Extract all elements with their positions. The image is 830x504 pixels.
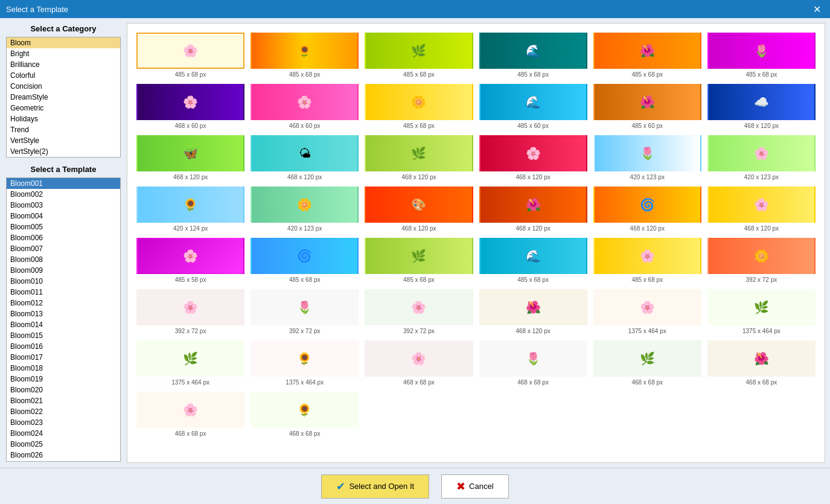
- category-item-vertstyle[interactable]: VertStyle: [7, 135, 120, 146]
- template-thumb[interactable]: 🌸468 x 68 px: [136, 392, 244, 437]
- template-list-item[interactable]: Bloom004: [7, 211, 120, 222]
- template-thumb[interactable]: 🌸1375 x 464 px: [593, 289, 701, 334]
- template-list-item[interactable]: Bloom008: [7, 254, 120, 265]
- template-thumb[interactable]: 🌺468 x 68 px: [707, 340, 816, 386]
- template-thumb[interactable]: 🌿468 x 120 px: [365, 135, 473, 180]
- thumb-overlay: 🌸: [138, 393, 243, 427]
- thumb-overlay: 🌻: [252, 393, 357, 427]
- template-list-item[interactable]: Bloom011: [7, 287, 120, 298]
- category-item-holidays[interactable]: Holidays: [7, 113, 120, 124]
- template-thumb[interactable]: 🌻485 x 68 px: [251, 33, 359, 78]
- thumb-size-label: 420 x 123 px: [744, 174, 779, 180]
- template-list-item[interactable]: Bloom013: [7, 308, 120, 319]
- thumb-overlay: 🌸: [709, 136, 814, 170]
- category-item-geometric[interactable]: Geometric: [7, 103, 120, 113]
- template-thumb[interactable]: 🌷420 x 123 px: [593, 135, 701, 180]
- template-thumb[interactable]: 🌤468 x 120 px: [251, 135, 359, 180]
- template-thumb[interactable]: 🌿485 x 68 px: [365, 33, 473, 78]
- thumb-image: 🌼: [707, 238, 816, 274]
- template-thumb[interactable]: 🌷392 x 72 px: [251, 289, 359, 334]
- template-list-item[interactable]: Bloom007: [7, 243, 120, 254]
- category-item-vertstyle2[interactable]: VertStyle(2): [7, 146, 120, 157]
- thumb-size-label: 468 x 120 px: [287, 174, 322, 180]
- template-list-item[interactable]: Bloom002: [7, 189, 120, 200]
- thumb-image: 🌸: [136, 238, 244, 274]
- template-thumb[interactable]: 🌿485 x 68 px: [365, 238, 473, 283]
- template-list-item[interactable]: Bloom014: [7, 319, 120, 330]
- template-list-item[interactable]: Bloom024: [7, 428, 120, 439]
- template-thumb[interactable]: 🌸468 x 68 px: [365, 340, 473, 386]
- template-thumb[interactable]: 🌊485 x 60 px: [479, 84, 587, 129]
- thumb-overlay: 🌷: [252, 290, 357, 324]
- template-list-item[interactable]: Bloom005: [7, 222, 120, 232]
- template-thumb[interactable]: 🌿468 x 68 px: [593, 340, 701, 386]
- template-list-item[interactable]: Bloom017: [7, 352, 120, 363]
- template-list-item[interactable]: Bloom001: [7, 178, 120, 189]
- template-list-item[interactable]: Bloom015: [7, 330, 120, 341]
- category-list[interactable]: BloomBrightBrillianceColorfulConcisionDr…: [6, 37, 121, 158]
- category-item-bloom[interactable]: Bloom: [7, 37, 120, 48]
- thumb-size-label: 392 x 72 px: [403, 328, 435, 334]
- template-thumb[interactable]: 🌀485 x 68 px: [251, 238, 359, 283]
- template-thumb[interactable]: 🌼420 x 123 px: [251, 187, 359, 232]
- template-thumb[interactable]: 🌸485 x 58 px: [136, 238, 244, 283]
- category-item-colorful[interactable]: Colorful: [7, 70, 120, 81]
- template-thumb[interactable]: 🌿1375 x 464 px: [707, 289, 816, 334]
- thumb-size-label: 468 x 120 px: [173, 174, 208, 180]
- template-list-item[interactable]: Bloom012: [7, 298, 120, 308]
- close-button[interactable]: ✕: [809, 2, 824, 16]
- category-item-concision[interactable]: Concision: [7, 81, 120, 92]
- select-open-button[interactable]: ✔ Select and Open It: [321, 474, 429, 499]
- template-thumb[interactable]: 🌺485 x 68 px: [593, 33, 701, 78]
- template-list-item[interactable]: Bloom025: [7, 439, 120, 450]
- template-thumb[interactable]: ☁️468 x 120 px: [707, 84, 816, 129]
- template-list-item[interactable]: Bloom021: [7, 395, 120, 406]
- cancel-button[interactable]: ✖ Cancel: [441, 474, 508, 499]
- template-list-item[interactable]: Bloom018: [7, 363, 120, 374]
- template-thumb[interactable]: 🌸485 x 68 px: [136, 33, 244, 78]
- template-list-item[interactable]: Bloom006: [7, 232, 120, 243]
- thumb-size-label: 1375 x 464 px: [742, 328, 781, 334]
- category-item-trend[interactable]: Trend: [7, 124, 120, 135]
- template-list-item[interactable]: Bloom003: [7, 200, 120, 211]
- template-thumb[interactable]: 🌻468 x 68 px: [251, 392, 359, 437]
- template-list-item[interactable]: Bloom010: [7, 276, 120, 287]
- template-thumb[interactable]: 🌊485 x 68 px: [479, 238, 587, 283]
- template-thumb[interactable]: 🌸468 x 60 px: [136, 84, 244, 129]
- template-thumb[interactable]: 🌼485 x 68 px: [365, 84, 473, 129]
- template-thumb[interactable]: 🌸468 x 60 px: [251, 84, 359, 129]
- template-thumb[interactable]: 🌼392 x 72 px: [707, 238, 816, 283]
- template-thumb[interactable]: 🌀468 x 120 px: [593, 187, 701, 232]
- template-thumb[interactable]: 🌸485 x 68 px: [593, 238, 701, 283]
- template-thumb[interactable]: 🌺485 x 60 px: [593, 84, 701, 129]
- template-list-item[interactable]: Bloom023: [7, 417, 120, 428]
- template-thumb[interactable]: 🌿1375 x 464 px: [136, 340, 244, 386]
- template-thumb[interactable]: 🌻420 x 124 px: [136, 187, 244, 232]
- category-item-brilliance[interactable]: Brilliance: [7, 59, 120, 70]
- template-list-item[interactable]: Bloom020: [7, 384, 120, 395]
- template-thumb[interactable]: 🌺468 x 120 px: [479, 289, 587, 334]
- template-thumb[interactable]: 🌻1375 x 464 px: [251, 340, 359, 386]
- template-thumb[interactable]: 🦋468 x 120 px: [136, 135, 244, 180]
- template-thumb[interactable]: 🎨468 x 120 px: [365, 187, 473, 232]
- template-list-item[interactable]: Bloom009: [7, 265, 120, 276]
- thumb-size-label: 468 x 120 px: [401, 225, 436, 232]
- template-thumb[interactable]: 🌸392 x 72 px: [365, 289, 473, 334]
- template-thumb[interactable]: 🌷468 x 68 px: [479, 340, 587, 386]
- template-thumb[interactable]: 🌺468 x 120 px: [479, 187, 587, 232]
- right-panel[interactable]: 🌸485 x 68 px🌻485 x 68 px🌿485 x 68 px🌊485…: [127, 23, 825, 463]
- template-list[interactable]: Bloom001Bloom002Bloom003Bloom004Bloom005…: [6, 177, 121, 462]
- template-list-item[interactable]: Bloom026: [7, 450, 120, 461]
- template-thumb[interactable]: 🌊485 x 68 px: [479, 33, 587, 78]
- template-list-item[interactable]: Bloom016: [7, 341, 120, 352]
- template-thumb[interactable]: 🌸420 x 123 px: [707, 135, 816, 180]
- template-thumb[interactable]: 🌷485 x 68 px: [707, 33, 816, 78]
- template-thumb[interactable]: 🌸468 x 120 px: [479, 135, 587, 180]
- template-thumb[interactable]: 🌸392 x 72 px: [136, 289, 244, 334]
- template-list-item[interactable]: Bloom019: [7, 374, 120, 384]
- template-list-item[interactable]: Bloom022: [7, 406, 120, 417]
- category-item-dreamstyle[interactable]: DreamStyle: [7, 92, 120, 103]
- category-item-bright[interactable]: Bright: [7, 48, 120, 59]
- template-thumb[interactable]: 🌸468 x 120 px: [707, 187, 816, 232]
- cancel-icon: ✖: [456, 480, 465, 493]
